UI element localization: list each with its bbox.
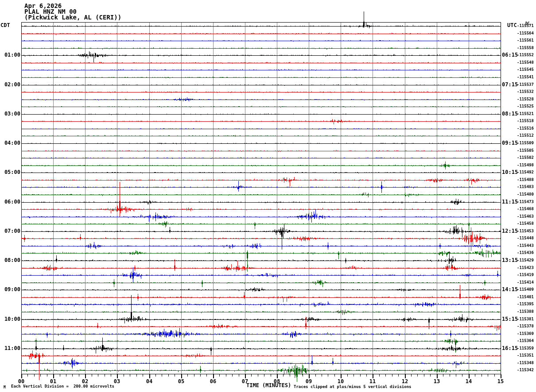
dc-value: -115443 (517, 244, 534, 248)
right-hour-label: 14:15 (502, 287, 518, 292)
dc-value: -115561 (517, 38, 534, 42)
dc-value: -115509 (517, 141, 534, 145)
dc-value: -115364 (517, 339, 534, 343)
minute-label: 01 (49, 379, 57, 384)
right-hour-label: 16:15 (502, 346, 518, 351)
corner-glyph: M (4, 386, 6, 389)
dc-value: -115381 (517, 317, 534, 321)
dc-value: -115492 (517, 170, 534, 174)
minute-label: 05 (177, 379, 185, 384)
right-hour-label: 06:15 (502, 52, 518, 58)
minute-label: 09 (305, 379, 313, 384)
dc-value: -115453 (517, 229, 534, 233)
dc-value: -115359 (517, 346, 534, 350)
dc-value: -115473 (517, 200, 534, 204)
dc-value: -115401 (517, 295, 534, 299)
dc-value: -115448 (517, 236, 534, 240)
minute-label: 15 (497, 379, 505, 384)
left-time-label: 04:00 (1, 140, 20, 146)
right-hour-label: 07:15 (502, 82, 518, 87)
dc-value: -115571 (517, 24, 534, 28)
seismogram-canvas (0, 0, 536, 392)
right-hour-label: 12:15 (502, 228, 518, 234)
dc-value: -115348 (517, 361, 534, 365)
dc-value: -115516 (517, 127, 534, 131)
right-hour-label: 08:15 (502, 111, 518, 116)
dc-value: -115414 (517, 281, 534, 284)
minute-label: 06 (209, 379, 217, 384)
dc-value: -115528 (517, 97, 534, 101)
dc-value: -115512 (517, 134, 534, 138)
right-hour-label: 13:15 (502, 257, 518, 263)
dc-value: -115564 (517, 31, 534, 35)
left-time-label: 09:00 (1, 287, 20, 292)
left-time-label: 01:00 (1, 52, 20, 58)
dc-value: -115480 (517, 192, 534, 196)
left-time-label: 06:00 (1, 199, 20, 204)
dc-value: -115532 (517, 90, 534, 94)
dc-value: -115541 (517, 75, 534, 79)
dc-value: -115548 (517, 61, 534, 65)
dc-value: -115369 (517, 332, 534, 336)
dc-value: -115395 (517, 302, 534, 306)
dc-value: -115458 (517, 222, 534, 226)
dc-value: -115537 (517, 83, 534, 87)
dc-value: -115488 (517, 178, 534, 182)
minute-label: 03 (113, 379, 121, 384)
dc-value: -115351 (517, 354, 534, 357)
minute-label: 04 (145, 379, 153, 384)
minute-label: 11 (369, 379, 377, 384)
dc-value: -115525 (517, 104, 534, 108)
minute-label: 00 (17, 379, 25, 384)
dc-value: -115429 (517, 258, 534, 262)
left-time-label: 02:00 (1, 82, 20, 87)
dc-value: -115545 (517, 68, 534, 72)
dc-value: -115436 (517, 251, 534, 255)
helicorder-page: Apr 6,2026 PLAL HNZ NM 00 (Pickwick Lake… (0, 0, 536, 392)
right-hour-label: 10:15 (502, 169, 518, 175)
dc-value: -115552 (517, 53, 534, 57)
right-hour-label: 15:15 (502, 316, 518, 322)
minute-label: 10 (337, 379, 345, 384)
left-time-label: 08:00 (1, 257, 20, 263)
left-time-label: 05:00 (1, 169, 20, 175)
title-location: (Pickwick Lake, AL (CERI)) (24, 14, 121, 20)
minute-label: 12 (401, 379, 409, 384)
right-timezone-label: UTC (507, 23, 517, 28)
dc-value: -115521 (517, 112, 534, 116)
dc-value: -115423 (517, 266, 534, 270)
dc-value: -115498 (517, 163, 534, 167)
dc-value: -115388 (517, 310, 534, 314)
left-time-label: 07:00 (1, 228, 20, 234)
minute-label: 14 (465, 379, 473, 384)
dc-value: -115378 (517, 324, 534, 328)
dc-value: -115342 (517, 368, 534, 372)
left-timezone-label: CDT (0, 23, 10, 28)
minute-label: 02 (81, 379, 89, 384)
dc-value: -115505 (517, 149, 534, 153)
dc-value: -115502 (517, 156, 534, 160)
left-time-label: 11:00 (1, 346, 20, 351)
dc-value: -115558 (517, 46, 534, 50)
left-time-label: 03:00 (1, 111, 20, 116)
dc-value: -115468 (517, 207, 534, 211)
dc-value: -115409 (517, 288, 534, 292)
minute-label: 13 (433, 379, 441, 384)
x-axis-title: TIME (MINUTES) (246, 383, 291, 388)
dc-value: -115483 (517, 185, 534, 189)
right-hour-label: 11:15 (502, 199, 518, 204)
right-hour-label: 09:15 (502, 140, 518, 146)
left-time-label: 10:00 (1, 316, 20, 322)
clip-note: Traces clipped at plus/minus 5 vertical … (294, 385, 412, 389)
dc-value: -115518 (517, 119, 534, 123)
dc-value: -115463 (517, 215, 534, 219)
dc-value: -115419 (517, 273, 534, 277)
scale-note: Each Vertical Division = 200.00 microvol… (11, 384, 114, 388)
